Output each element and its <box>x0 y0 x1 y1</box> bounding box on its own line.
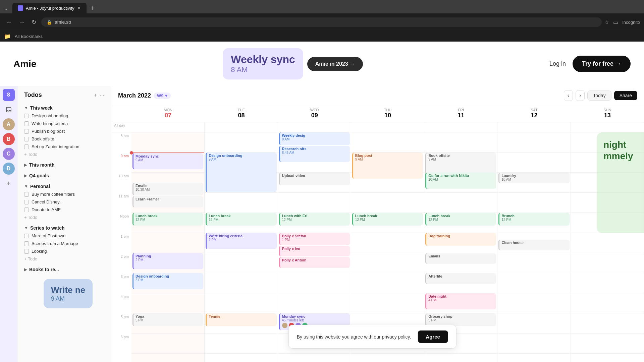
todo-checkbox[interactable] <box>24 144 29 149</box>
share-button[interactable]: Share <box>614 91 637 100</box>
avatar-2[interactable]: B <box>3 133 15 145</box>
event-planning[interactable]: Planning 2 PM <box>132 253 203 269</box>
allday-sun[interactable] <box>571 122 644 132</box>
series-header[interactable]: ▼ Series to watch <box>17 223 111 232</box>
time-8am: 8 am <box>111 132 131 153</box>
event-tennis-tue[interactable]: Tennis <box>206 313 276 326</box>
todo-checkbox[interactable] <box>24 129 29 134</box>
avatar-1[interactable]: A <box>3 118 15 130</box>
event-clean-house[interactable]: Clean house <box>498 240 569 250</box>
prev-week-button[interactable]: ‹ <box>564 90 573 101</box>
address-bar[interactable]: 🔒 amie.so <box>41 17 602 27</box>
login-button[interactable]: Log in <box>549 60 566 67</box>
allday-mon[interactable] <box>131 122 205 132</box>
all-bookmarks-label[interactable]: All Bookmarks <box>15 34 43 39</box>
calendar-area: March 2022 W9 ▾ ‹ › Today Share <box>111 86 644 362</box>
new-tab-button[interactable]: + <box>88 4 97 12</box>
todo-donate: Donate to AMF <box>17 206 111 214</box>
todo-checkbox[interactable] <box>24 121 29 126</box>
event-design-onboarding-tue[interactable]: Design onboarding 9 AM <box>206 153 276 192</box>
event-brunch[interactable]: Brunch 12 PM <box>498 213 569 226</box>
event-yoga[interactable]: Yoga 5 PM <box>132 313 203 326</box>
allday-fri[interactable] <box>424 122 497 132</box>
q4-goals-header[interactable]: ▶ Q4 goals <box>17 170 111 180</box>
todo-checkbox[interactable] <box>24 207 29 212</box>
amie-2023-button[interactable]: Amie in 2023 → <box>307 57 363 71</box>
add-calendar-button[interactable]: + <box>3 177 15 189</box>
todo-checkbox[interactable] <box>24 137 29 141</box>
event-blog-post[interactable]: Blog post 9 AM <box>352 153 423 179</box>
event-emails-fri[interactable]: Emails <box>425 253 496 264</box>
avatar-3[interactable]: C <box>3 148 15 160</box>
event-research-ofts[interactable]: Research ofts 8:45 AM <box>279 146 350 162</box>
agree-button[interactable]: Agree <box>418 330 448 343</box>
books-header[interactable]: ▶ Books to re... <box>17 264 111 274</box>
todo-checkbox[interactable] <box>24 200 29 204</box>
avatar-4[interactable]: D <box>3 163 15 175</box>
event-write-hiring-tue[interactable]: Write hiring criteria 1 PM <box>206 233 276 249</box>
todo-checkbox[interactable] <box>24 234 29 238</box>
bookmark-icon[interactable]: ☆ <box>604 19 609 25</box>
series-label: Series to watch <box>30 225 65 231</box>
event-weekly-desig[interactable]: Weekly desig 8 AM <box>279 132 350 145</box>
sidebar-date[interactable]: 8 <box>3 89 15 101</box>
this-week-header[interactable]: ▼ This week <box>17 103 111 112</box>
todo-checkbox[interactable] <box>24 192 29 197</box>
series-add-todo[interactable]: + Todo <box>17 255 111 263</box>
lock-icon: 🔒 <box>47 20 52 25</box>
tab-close-button[interactable]: ✕ <box>77 5 81 11</box>
app-logo[interactable]: Amie <box>13 59 36 69</box>
next-week-button[interactable]: › <box>576 90 585 101</box>
todo-coffee: Buy more coffee filters <box>17 190 111 198</box>
event-lunch-tue[interactable]: Lunch break 12 PM <box>206 213 276 226</box>
tab-list-button[interactable]: ⌄ <box>4 5 8 11</box>
todo-checkbox[interactable] <box>24 249 29 254</box>
event-laundry[interactable]: Laundry 10 AM <box>498 173 569 183</box>
inbox-icon[interactable] <box>3 104 15 116</box>
active-tab[interactable]: Amie - Joyful productivity ✕ <box>12 3 87 13</box>
forward-button[interactable]: → <box>17 17 27 27</box>
sidebar-icon[interactable]: ▭ <box>613 19 618 25</box>
todos-more-button[interactable]: ··· <box>100 92 104 98</box>
allday-tue[interactable] <box>205 122 278 132</box>
event-polly-antoin[interactable]: Polly x Antoin <box>279 257 350 268</box>
reload-button[interactable]: ↻ <box>30 17 39 27</box>
week-badge[interactable]: W9 ▾ <box>154 93 171 99</box>
back-button[interactable]: ← <box>4 17 14 27</box>
time-11am: 11 am <box>111 193 131 213</box>
today-button[interactable]: Today <box>587 90 611 101</box>
event-lunch-fri[interactable]: Lunch break 12 PM <box>425 213 496 226</box>
event-lunch-mon[interactable]: Lunch break 12 PM <box>132 213 203 226</box>
personal-header[interactable]: ▼ Personal <box>17 181 111 190</box>
event-upload-video[interactable]: Upload video <box>279 173 350 185</box>
day-col-sun[interactable]: night mmely <box>571 132 644 362</box>
event-run-nikita[interactable]: Go for a run with Nikita 10 AM <box>425 173 496 189</box>
event-polly-stefan[interactable]: Polly x Stefan 1 PM <box>279 233 350 245</box>
day-col-tue[interactable]: Design onboarding 9 AM Lunch break 12 PM… <box>205 132 278 362</box>
event-emails-mon[interactable]: Emails 10:30 AM <box>132 183 203 195</box>
day-col-sat[interactable]: Laundry 10 AM Brunch 12 PM Clean house <box>497 132 571 362</box>
event-lunch-thu[interactable]: Lunch break 12 PM <box>352 213 423 226</box>
allday-sat[interactable] <box>497 122 571 132</box>
this-week-add-todo[interactable]: + Todo <box>17 150 111 158</box>
event-polly-ivo[interactable]: Polly x Ivo <box>279 246 350 256</box>
allday-wed[interactable] <box>278 122 351 132</box>
try-free-button[interactable]: Try for free → <box>573 56 631 72</box>
allday-label: All day <box>111 122 131 132</box>
event-date-night[interactable]: Date night 4 PM <box>425 293 496 309</box>
todo-checkbox[interactable] <box>24 241 29 246</box>
event-design-onboarding-mon[interactable]: Design onboarding 3 PM <box>132 273 203 289</box>
event-learn-framer[interactable]: Learn Framer <box>132 196 203 207</box>
this-month-header[interactable]: ▶ This month <box>17 160 111 169</box>
allday-thu[interactable] <box>351 122 424 132</box>
event-grocery-shop[interactable]: Grocery shop 5 PM <box>425 313 496 326</box>
todo-text: Donate to AMF <box>32 207 61 212</box>
event-dog-training[interactable]: Dog training <box>425 233 496 246</box>
event-monday-sync-mon[interactable]: Monday sync 9 AM <box>132 153 203 169</box>
day-col-mon[interactable]: Monday sync 9 AM Emails 10:30 AM Learn F… <box>131 132 205 362</box>
event-afterlife[interactable]: Afterlife <box>425 273 496 284</box>
personal-add-todo[interactable]: + Todo <box>17 214 111 221</box>
event-lunch-with-eri[interactable]: Lunch with Eri 12 PM <box>279 213 350 226</box>
todos-add-button[interactable]: + <box>94 92 97 98</box>
todo-checkbox[interactable] <box>24 114 29 118</box>
